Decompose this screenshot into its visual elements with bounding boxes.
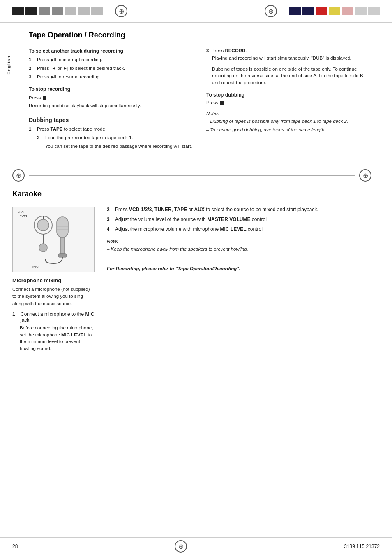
dub-step1: 1 Press TAPE to select tape mode. bbox=[29, 126, 194, 133]
karaoke-step4-text: Adjust the microphone volume with microp… bbox=[115, 226, 264, 232]
karaoke-section: Karaoke MICLEVEL bbox=[12, 190, 371, 352]
mic-svg-container: MICLEVEL bbox=[13, 207, 94, 272]
mic-step1: 1 Connect a microphone to the MIC jack. … bbox=[12, 311, 95, 352]
tape-section: Tape Operation / Recording To select ano… bbox=[12, 31, 371, 153]
footer: 28 ⊕ 3139 115 21372 bbox=[0, 537, 392, 555]
karaoke-step2: 2 Press VCD 1/2/3, TUNER, TAPE or AUX to… bbox=[107, 207, 371, 212]
mic-svg bbox=[29, 211, 78, 268]
page-number: 28 bbox=[12, 543, 18, 549]
record-step-num: 3 bbox=[206, 48, 209, 53]
select-track-step2: 2 Press |◄ or ►| to select the desired t… bbox=[29, 65, 194, 72]
note2: – To ensure good dubbing, use tapes of t… bbox=[206, 127, 371, 134]
stop-press-line: Press . bbox=[29, 94, 194, 101]
karaoke-right-col: 2 Press VCD 1/2/3, TUNER, TAPE or AUX to… bbox=[107, 207, 371, 352]
tape-two-col: To select another track during recording… bbox=[29, 48, 371, 153]
dub-step-num-1: 1 bbox=[29, 126, 34, 133]
mid-divider-row: ⊕ ⊕ bbox=[12, 169, 371, 182]
karaoke-title: Karaoke bbox=[12, 190, 371, 198]
strip-7 bbox=[91, 7, 103, 15]
record-step-line: 3 Press RECORD. bbox=[206, 48, 371, 53]
record-desc2: Dubbing of tapes is possible on one side… bbox=[212, 66, 371, 86]
svg-point-1 bbox=[37, 219, 49, 231]
stop-recording-block: Press . Recording and disc playback will… bbox=[29, 94, 194, 109]
karaoke-step3: 3 Adjust the volume level of the source … bbox=[107, 216, 371, 222]
dub-step2: 2 Load the prerecorded tape in tape deck… bbox=[29, 134, 194, 150]
mid-divider-line bbox=[29, 175, 355, 176]
svg-rect-10 bbox=[58, 254, 67, 257]
stop-recording-desc: Recording and disc playback will stop si… bbox=[29, 102, 194, 109]
karaoke-step-num-2: 2 bbox=[107, 207, 112, 212]
note1: – Dubbing of tapes is possible only from… bbox=[206, 118, 371, 125]
tape-notes: Notes: – Dubbing of tapes is possible on… bbox=[206, 110, 371, 134]
strip-r5 bbox=[342, 7, 353, 15]
select-track-steps: 1 Press ▶II to interrupt recording. 2 Pr… bbox=[29, 56, 194, 81]
dubbing-steps: 1 Press TAPE to select tape mode. 2 Load… bbox=[29, 126, 194, 150]
step2-text: Press |◄ or ►| to select the desired tra… bbox=[37, 65, 125, 72]
top-decorative-bar: ⊕ ⊕ bbox=[0, 0, 392, 23]
bar-left-strips bbox=[12, 7, 103, 15]
strip-r2 bbox=[302, 7, 314, 15]
karaoke-recording-ref-text: For Recording, please refer to "Tape Ope… bbox=[107, 265, 371, 272]
doc-number: 3139 115 21372 bbox=[344, 543, 380, 549]
strip-r4 bbox=[329, 7, 340, 15]
mic-step1-sub: Before connecting the microphone, set th… bbox=[20, 325, 95, 352]
step-num-2: 2 bbox=[29, 65, 34, 72]
karaoke-two-col: MICLEVEL bbox=[12, 207, 371, 352]
stop-dubbing-press: Press . bbox=[206, 100, 371, 105]
strip-1 bbox=[12, 7, 24, 15]
select-track-heading: To select another track during recording bbox=[29, 48, 194, 54]
step3-text: Press ▶II to resume recording. bbox=[37, 74, 101, 81]
tape-bold: TAPE bbox=[51, 127, 63, 131]
karaoke-note-heading: Note: bbox=[107, 238, 371, 245]
karaoke-left-col: MICLEVEL bbox=[12, 207, 95, 352]
svg-point-4 bbox=[39, 244, 47, 252]
select-track-step1: 1 Press ▶II to interrupt recording. bbox=[29, 56, 194, 63]
strip-r6 bbox=[355, 7, 367, 15]
mic-mixing-heading: Microphone mixing bbox=[12, 277, 95, 283]
dub-step1-text: Press TAPE to select tape mode. bbox=[37, 126, 106, 133]
dub-step-num-2: 2 bbox=[37, 134, 42, 141]
mic-step1-line: 1 Connect a microphone to the MIC jack. bbox=[12, 311, 95, 323]
strip-6 bbox=[78, 7, 90, 15]
dubbing-tapes-heading: Dubbing tapes bbox=[29, 117, 194, 123]
step-num-1: 1 bbox=[29, 56, 34, 63]
strip-4 bbox=[52, 7, 63, 15]
svg-rect-9 bbox=[60, 237, 65, 254]
karaoke-note-text: – Keep the microphone away from the spea… bbox=[107, 246, 371, 253]
svg-rect-5 bbox=[57, 217, 68, 237]
karaoke-step4: 4 Adjust the microphone volume with micr… bbox=[107, 226, 371, 232]
compass-mid-right: ⊕ bbox=[359, 169, 371, 182]
strip-r3 bbox=[316, 7, 327, 15]
bar-right-strips bbox=[289, 7, 380, 15]
mic-level-label: MICLEVEL bbox=[18, 210, 28, 218]
mic-step-num-1: 1 bbox=[12, 311, 17, 323]
karaoke-step2-text: Press VCD 1/2/3, TUNER, TAPE or AUX to s… bbox=[115, 207, 318, 212]
page-content: English Tape Operation / Recording To se… bbox=[0, 23, 392, 360]
notes-heading: Notes: bbox=[206, 110, 371, 117]
select-track-step3: 3 Press ▶II to resume recording. bbox=[29, 74, 194, 81]
strip-r7 bbox=[368, 7, 380, 15]
compass-mid-left: ⊕ bbox=[12, 169, 25, 182]
mic-illustration: MICLEVEL bbox=[12, 207, 95, 272]
mic-mixing-desc: Connect a microphone (not supplied) to t… bbox=[12, 286, 95, 307]
dub-step2-sub: You can set the tape to the desired pass… bbox=[45, 143, 194, 150]
step1-text: Press ▶II to interrupt recording. bbox=[37, 56, 102, 63]
karaoke-recording-ref: For Recording, please refer to "Tape Ope… bbox=[107, 265, 371, 272]
record-bold: RECORD bbox=[225, 48, 245, 53]
strip-r1 bbox=[289, 7, 301, 15]
karaoke-step-num-4: 4 bbox=[107, 226, 112, 232]
dub-step2-text: Load the prerecorded tape in tape deck 1… bbox=[45, 134, 133, 141]
compass-icon-right: ⊕ bbox=[265, 5, 277, 17]
stop-square-icon bbox=[43, 96, 46, 100]
tape-right-col: 3 Press RECORD. Playing and recording wi… bbox=[206, 48, 371, 153]
mic-label: MIC bbox=[32, 265, 39, 269]
compass-bottom-center: ⊕ bbox=[175, 540, 187, 553]
record-desc1: Playing and recording will start simulta… bbox=[212, 55, 371, 62]
record-step: 3 Press RECORD. Playing and recording wi… bbox=[206, 48, 371, 86]
karaoke-step-num-3: 3 bbox=[107, 216, 112, 222]
language-label: English bbox=[6, 55, 11, 75]
stop-dubbing-block: To stop dubbing Press . bbox=[206, 92, 371, 105]
mic-step1-text: Connect a microphone to the MIC jack. bbox=[21, 311, 95, 323]
karaoke-note: Note: – Keep the microphone away from th… bbox=[107, 238, 371, 253]
tape-section-title: Tape Operation / Recording bbox=[29, 31, 371, 41]
